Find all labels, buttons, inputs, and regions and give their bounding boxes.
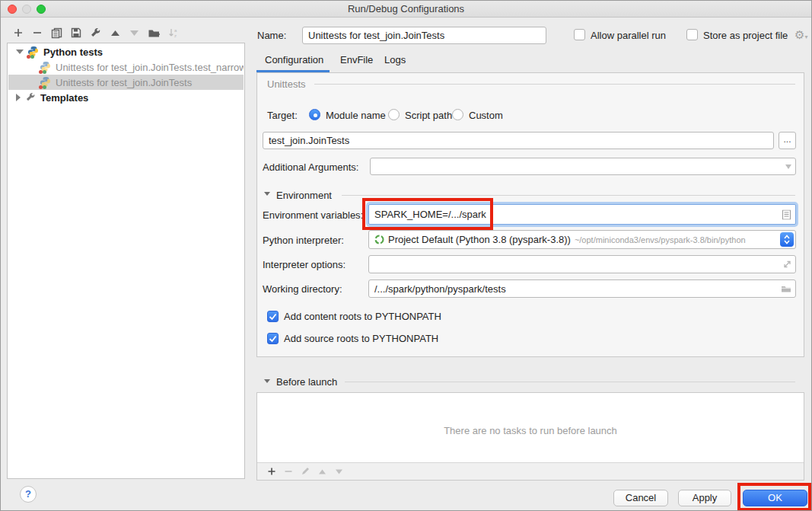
environment-variables-label: Environment variables: <box>263 209 363 221</box>
target-label: Target: <box>267 110 298 121</box>
tree-group-label: Templates <box>40 92 88 104</box>
tree-group-templates[interactable]: Templates <box>8 90 244 105</box>
environment-variables-value: SPARK_HOME=/.../spark <box>374 209 486 220</box>
edit-env-vars-list-icon[interactable] <box>782 209 791 219</box>
move-task-down-icon[interactable] <box>330 465 347 477</box>
move-down-icon[interactable] <box>126 25 142 40</box>
new-folder-icon[interactable] <box>146 25 161 40</box>
additional-arguments-wrap <box>370 158 796 175</box>
add-content-roots-checkbox[interactable] <box>267 311 279 322</box>
interpreter-options-wrap <box>368 255 796 273</box>
folder-icon[interactable] <box>781 285 791 293</box>
run-debug-configurations-dialog: Run/Debug Configurations az Python tes <box>0 0 812 511</box>
tree-group-python-tests[interactable]: Python tests <box>8 44 244 59</box>
environment-section-caret-icon[interactable] <box>264 192 270 196</box>
store-as-project-file-label: Store as project file <box>703 30 788 41</box>
expand-field-icon[interactable] <box>783 260 791 269</box>
before-launch-caret-icon[interactable] <box>264 379 270 383</box>
add-content-roots-label: Add content roots to PYTHONPATH <box>284 311 441 322</box>
expand-caret-icon[interactable] <box>16 50 24 54</box>
svg-text:z: z <box>174 34 177 38</box>
tree-item-label: Unittests for test_join.JoinTests.test_n… <box>56 62 244 73</box>
python-interpreter-value: Project Default (Python 3.8 (pyspark-3.8… <box>388 234 571 245</box>
edit-task-pencil-icon[interactable] <box>297 465 314 477</box>
allow-parallel-run-label: Allow parallel run <box>591 30 666 41</box>
before-launch-label: Before launch <box>276 376 337 388</box>
configurations-tree: Python tests Unittests for test_join.Joi… <box>7 43 245 479</box>
name-label: Name: <box>257 30 286 41</box>
environment-variables-field[interactable]: SPARK_HOME=/.../spark <box>368 204 796 225</box>
target-module-input[interactable] <box>263 132 774 149</box>
tab-envfile[interactable]: EnvFile <box>340 54 373 69</box>
conda-env-icon <box>374 235 384 244</box>
add-source-roots-checkbox[interactable] <box>267 333 279 344</box>
radio-custom-label: Custom <box>469 110 503 121</box>
remove-task-icon[interactable] <box>280 465 297 477</box>
name-input[interactable] <box>302 27 546 44</box>
combobox-arrows-icon[interactable] <box>780 232 794 247</box>
window-title: Run/Debug Configurations <box>1 3 811 14</box>
expand-arguments-caret-icon[interactable] <box>785 164 791 169</box>
add-source-roots-label: Add source roots to PYTHONPATH <box>284 333 438 344</box>
working-directory-input[interactable] <box>368 279 796 298</box>
working-directory-label: Working directory: <box>263 283 342 295</box>
tree-item-test-narrow[interactable]: Unittests for test_join.JoinTests.test_n… <box>8 59 244 75</box>
python-interpreter-label: Python interpreter: <box>263 235 344 246</box>
title-bar: Run/Debug Configurations <box>1 1 811 18</box>
move-up-icon[interactable] <box>107 25 123 40</box>
python-tests-icon <box>27 46 40 58</box>
radio-custom[interactable] <box>452 109 463 120</box>
interpreter-options-input[interactable] <box>368 255 796 273</box>
sort-alphabetically-icon[interactable]: az <box>166 25 181 40</box>
before-launch-toolbar <box>257 462 804 480</box>
svg-text:a: a <box>174 28 177 33</box>
help-button[interactable]: ? <box>20 486 37 503</box>
radio-script-path-label: Script path <box>405 110 452 121</box>
tree-item-label: Unittests for test_join.JoinTests <box>56 77 192 88</box>
tab-logs[interactable]: Logs <box>384 54 406 69</box>
gear-icon[interactable]: ⚙▾ <box>794 29 807 40</box>
templates-wrench-icon <box>24 91 37 104</box>
python-test-config-icon <box>40 61 52 73</box>
remove-icon[interactable] <box>30 25 45 40</box>
python-test-config-icon <box>40 76 52 88</box>
unittests-group-title: Unittests <box>267 78 306 90</box>
python-interpreter-combobox[interactable]: Project Default (Python 3.8 (pyspark-3.8… <box>368 230 796 249</box>
radio-module-name-label: Module name <box>326 110 386 121</box>
copy-icon[interactable] <box>49 25 64 40</box>
tree-group-label: Python tests <box>43 46 103 58</box>
interpreter-options-label: Interpreter options: <box>263 259 345 270</box>
cancel-button[interactable]: Cancel <box>613 490 668 506</box>
radio-script-path[interactable] <box>388 109 400 120</box>
tree-item-jointests-selected[interactable]: Unittests for test_join.JoinTests <box>8 75 244 90</box>
before-launch-panel: There are no tasks to run before launch <box>256 392 804 481</box>
save-icon[interactable] <box>68 25 84 40</box>
move-task-up-icon[interactable] <box>314 465 330 477</box>
tab-configuration[interactable]: Configuration <box>265 54 323 69</box>
browse-button[interactable]: ... <box>779 132 796 149</box>
store-as-project-file-checkbox[interactable] <box>686 29 698 40</box>
ok-button[interactable]: OK <box>743 490 807 506</box>
environment-section-label: Environment <box>276 190 332 201</box>
working-directory-wrap <box>368 279 796 298</box>
edit-templates-wrench-icon[interactable] <box>88 25 103 40</box>
before-launch-empty-text: There are no tasks to run before launch <box>257 425 804 436</box>
allow-parallel-run-checkbox[interactable] <box>574 29 585 40</box>
add-icon[interactable] <box>11 25 26 40</box>
collapsed-caret-icon[interactable] <box>16 94 21 101</box>
python-interpreter-path: ~/opt/miniconda3/envs/pyspark-3.8/bin/py… <box>575 235 746 244</box>
add-task-icon[interactable] <box>263 465 280 477</box>
additional-arguments-label: Additional Arguments: <box>263 161 358 173</box>
radio-module-name[interactable] <box>309 109 320 120</box>
apply-button[interactable]: Apply <box>678 490 731 506</box>
additional-arguments-input[interactable] <box>370 158 796 175</box>
